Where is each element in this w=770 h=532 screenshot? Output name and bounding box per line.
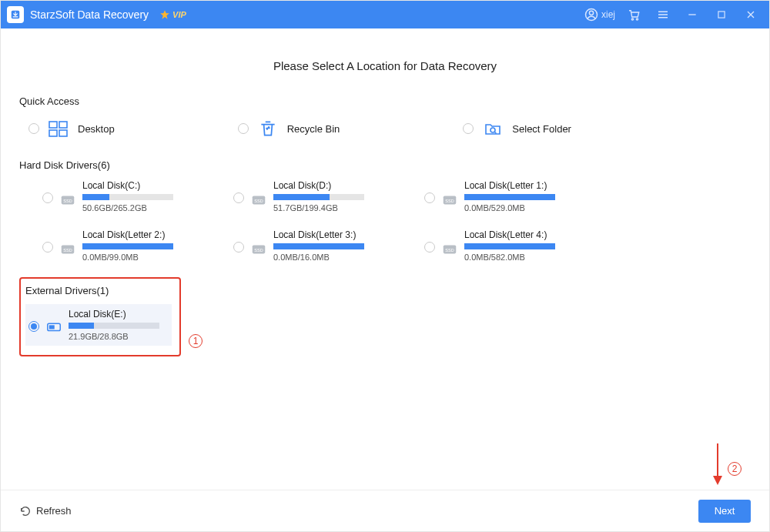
disk-name: Local Disk(Letter 2:) (82, 229, 196, 240)
disk-bar (82, 243, 173, 249)
quick-access-row: Desktop Recycle Bin Select Folder (19, 113, 751, 159)
user-account[interactable]: xiej (584, 8, 615, 22)
disk-bar (464, 194, 555, 200)
disk-name: Local Disk(C:) (82, 180, 196, 191)
quick-label: Recycle Bin (287, 123, 340, 135)
vip-label: VIP (172, 10, 186, 19)
quick-access-label: Quick Access (19, 95, 751, 107)
disk-bar (82, 194, 173, 200)
svg-text:SSD: SSD (254, 248, 263, 253)
svg-point-3 (589, 11, 593, 15)
svg-text:SSD: SSD (63, 248, 72, 253)
svg-marker-1 (160, 10, 169, 19)
footer: Refresh Next (1, 490, 769, 531)
disk-grid: SSD Local Disk(C:) 50.6GB/265.2GB SSD Lo… (19, 177, 751, 277)
refresh-label: Refresh (36, 505, 72, 517)
disk-item[interactable]: SSD Local Disk(D:) 51.7GB/199.4GB (233, 180, 387, 212)
ssd-icon: SSD (59, 240, 76, 257)
refresh-button[interactable]: Refresh (19, 505, 72, 517)
username: xiej (601, 9, 615, 20)
disk-name: Local Disk(E:) (69, 309, 167, 320)
cart-icon[interactable] (623, 4, 644, 25)
ssd-icon: SSD (441, 191, 458, 208)
radio-disk[interactable] (233, 192, 244, 203)
radio-disk[interactable] (233, 242, 244, 253)
disk-bar (69, 323, 159, 329)
next-button[interactable]: Next (698, 500, 751, 523)
quick-label: Desktop (78, 123, 115, 135)
disk-capacity: 0.0MB/99.0MB (82, 253, 196, 262)
svg-point-4 (631, 18, 633, 20)
recycle-bin-icon (256, 118, 280, 139)
disk-name: Local Disk(Letter 1:) (464, 180, 578, 191)
ssd-icon: SSD (441, 240, 458, 257)
menu-icon[interactable] (652, 4, 674, 25)
radio-external[interactable] (28, 321, 39, 332)
radio-recycle[interactable] (238, 123, 249, 134)
minimize-icon[interactable] (681, 4, 703, 25)
radio-disk[interactable] (42, 242, 53, 253)
titlebar: StarzSoft Data Recovery VIP xiej (1, 1, 769, 28)
app-title: StarzSoft Data Recovery (30, 8, 149, 21)
svg-rect-8 (59, 122, 67, 128)
external-disk-item[interactable]: Local Disk(E:) 21.9GB/28.8GB (25, 304, 172, 346)
disk-capacity: 0.0MB/582.0MB (464, 253, 578, 262)
folder-search-icon (481, 118, 504, 139)
ssd-icon: SSD (59, 191, 76, 208)
quick-item-recycle[interactable]: Recycle Bin (238, 118, 340, 139)
external-drive-icon (45, 318, 62, 335)
vip-badge[interactable]: VIP (159, 9, 186, 20)
svg-text:SSD: SSD (63, 199, 72, 203)
radio-desktop[interactable] (28, 123, 39, 134)
svg-rect-6 (718, 12, 725, 18)
page-heading: Please Select A Location for Data Recove… (19, 59, 751, 72)
disk-item[interactable]: SSD Local Disk(Letter 1:) 0.0MB/529.0MB (424, 180, 578, 212)
svg-point-11 (490, 128, 495, 132)
svg-rect-10 (59, 130, 67, 136)
disk-capacity: 0.0MB/16.0MB (273, 253, 387, 262)
annotation-2: 2 (728, 461, 742, 476)
disk-name: Local Disk(Letter 4:) (464, 229, 578, 240)
maximize-icon[interactable] (711, 4, 732, 25)
close-icon[interactable] (740, 4, 762, 25)
annotation-1: 1 (189, 333, 203, 348)
disk-item[interactable]: SSD Local Disk(C:) 50.6GB/265.2GB (42, 180, 196, 212)
quick-label: Select Folder (512, 123, 571, 135)
radio-disk[interactable] (424, 192, 435, 203)
disk-item[interactable]: SSD Local Disk(Letter 2:) 0.0MB/99.0MB (42, 229, 196, 262)
radio-disk[interactable] (424, 242, 435, 253)
quick-item-folder[interactable]: Select Folder (463, 118, 571, 139)
disk-bar (273, 194, 364, 200)
svg-text:SSD: SSD (254, 199, 263, 203)
windows-icon (47, 118, 70, 139)
svg-marker-27 (713, 476, 722, 485)
quick-item-desktop[interactable]: Desktop (28, 118, 115, 139)
disk-bar (273, 243, 364, 249)
svg-text:SSD: SSD (445, 248, 454, 253)
disk-name: Local Disk(Letter 3:) (273, 229, 387, 240)
app-logo-icon (7, 6, 24, 23)
disk-item[interactable]: SSD Local Disk(Letter 4:) 0.0MB/582.0MB (424, 229, 578, 262)
svg-text:SSD: SSD (445, 199, 454, 203)
disk-capacity: 21.9GB/28.8GB (69, 332, 167, 341)
radio-folder[interactable] (463, 123, 474, 134)
radio-disk[interactable] (42, 192, 53, 203)
external-label: External Drivers(1) (25, 285, 172, 296)
refresh-icon (19, 505, 32, 517)
ssd-icon: SSD (250, 240, 267, 257)
hard-disk-label: Hard Disk Drivers(6) (19, 159, 751, 171)
external-drivers-box: External Drivers(1) Local Disk(E:) 21.9G… (19, 277, 181, 356)
main-content: Please Select A Location for Data Recove… (1, 28, 769, 490)
disk-name: Local Disk(D:) (273, 180, 387, 191)
arrow-annotation-icon (712, 442, 723, 485)
disk-item[interactable]: SSD Local Disk(Letter 3:) 0.0MB/16.0MB (233, 229, 387, 262)
ssd-icon: SSD (250, 191, 267, 208)
svg-rect-7 (49, 122, 57, 128)
svg-rect-9 (49, 130, 57, 136)
disk-capacity: 0.0MB/529.0MB (464, 203, 578, 212)
disk-capacity: 51.7GB/199.4GB (273, 203, 387, 212)
disk-capacity: 50.6GB/265.2GB (82, 203, 196, 212)
svg-rect-25 (50, 326, 55, 329)
disk-bar (464, 243, 555, 249)
app-window: StarzSoft Data Recovery VIP xiej Please … (0, 0, 770, 532)
